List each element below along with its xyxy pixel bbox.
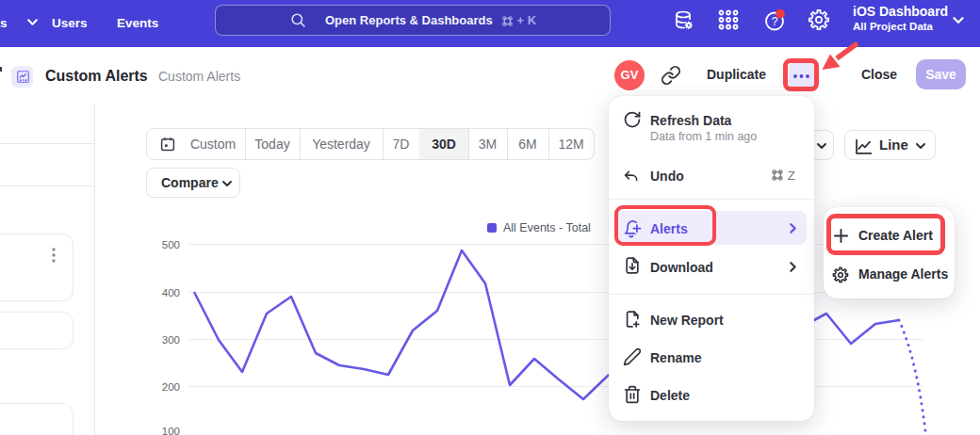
svg-text:400: 400 — [162, 287, 180, 298]
svg-text:500: 500 — [162, 239, 180, 250]
svg-text:200: 200 — [162, 381, 180, 393]
svg-text:300: 300 — [162, 334, 180, 346]
svg-text:100: 100 — [162, 426, 180, 435]
